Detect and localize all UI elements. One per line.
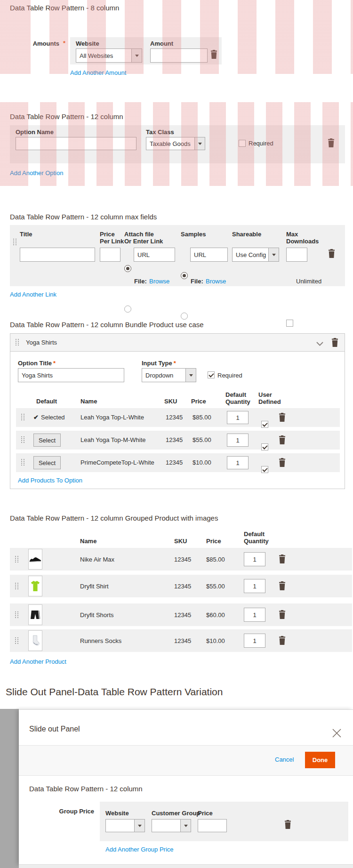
website-select[interactable]: All Websites xyxy=(76,48,142,63)
user-defined-column-header: UserDefined xyxy=(258,391,281,405)
link-title-input[interactable] xyxy=(20,248,95,262)
sample-browse-link[interactable]: Browse xyxy=(206,278,226,285)
delete-row-button[interactable] xyxy=(279,610,286,619)
price-per-link-input[interactable] xyxy=(100,248,120,262)
max-downloads-column-header: MaxDownloads xyxy=(286,231,319,245)
table-row: Nike Air Max 12345 $85.00 xyxy=(10,548,352,571)
delete-row-button[interactable] xyxy=(279,435,286,444)
add-another-amount-link[interactable]: Add Another Amount xyxy=(70,69,126,76)
delete-row-button[interactable] xyxy=(279,581,286,590)
close-icon[interactable] xyxy=(332,728,342,739)
drag-handle[interactable] xyxy=(21,459,25,466)
amount-input[interactable] xyxy=(150,48,208,63)
panel-bottom-edge xyxy=(19,864,353,868)
product-sku: 12345 xyxy=(166,414,183,421)
product-image-shorts xyxy=(28,604,42,625)
delete-row-button[interactable] xyxy=(279,458,286,467)
table-row: Runners Socks 12345 $10.00 xyxy=(10,629,352,652)
price-column-header: Price xyxy=(206,538,221,545)
slide-out-section-title: Data Table Row Pattern - 12 column xyxy=(29,785,143,793)
sample-url-radio[interactable] xyxy=(181,272,188,279)
user-defined-checkbox[interactable] xyxy=(261,466,268,473)
done-button[interactable]: Done xyxy=(305,752,335,768)
group-price-label: Group Price xyxy=(47,808,94,815)
delete-bundle-option-button[interactable] xyxy=(331,338,338,347)
delete-row-button[interactable] xyxy=(279,413,286,422)
default-quantity-input[interactable] xyxy=(244,552,265,566)
default-quantity-input[interactable] xyxy=(244,579,265,593)
bundle-required-label: Required xyxy=(217,372,242,379)
section-title-bundle: Data Table Row Pattern - 12 column Bundl… xyxy=(10,321,204,329)
select-button[interactable]: Select xyxy=(33,434,61,447)
drag-handle[interactable] xyxy=(16,339,19,346)
required-checkbox[interactable] xyxy=(239,140,246,147)
attach-url-radio[interactable] xyxy=(124,265,131,272)
product-sku: 12345 xyxy=(174,637,191,644)
cancel-button[interactable]: Cancel xyxy=(275,756,294,763)
select-button[interactable]: Select xyxy=(33,456,61,469)
section-title-max-fields: Data Table Row Pattern - 12 column max f… xyxy=(10,213,157,221)
delete-link-button[interactable] xyxy=(328,249,335,258)
drag-handle[interactable] xyxy=(15,583,19,590)
default-quantity-input[interactable] xyxy=(227,434,249,447)
default-quantity-input[interactable] xyxy=(244,608,265,622)
drag-handle[interactable] xyxy=(21,436,25,443)
product-sku: 12345 xyxy=(174,611,191,619)
product-price: $85.00 xyxy=(193,414,211,421)
slide-out-panel-title: Slide out Panel xyxy=(29,725,80,733)
default-quantity-input[interactable] xyxy=(227,411,249,424)
website-select[interactable] xyxy=(105,819,145,832)
attach-file-column-header: Attach fileOr Enter Link xyxy=(124,231,163,245)
product-sku: 12345 xyxy=(174,556,191,563)
drag-handle[interactable] xyxy=(15,637,19,644)
attach-url-input[interactable] xyxy=(134,248,175,262)
tax-class-select[interactable]: Taxable Goods xyxy=(146,137,205,150)
add-products-to-option-link[interactable]: Add Products To Option xyxy=(18,477,82,484)
drag-handle[interactable] xyxy=(15,611,19,619)
attach-browse-link[interactable]: Browse xyxy=(149,278,169,285)
pattern-library-page: Data Table Row Pattern - 8 column Amount… xyxy=(0,0,353,868)
product-name: Leah Yoga Top-L-White xyxy=(80,414,144,421)
delete-group-price-button[interactable] xyxy=(284,820,291,829)
sample-file-radio[interactable] xyxy=(181,313,188,320)
bundle-panel-title: Yoga Shirts xyxy=(26,339,57,346)
unlimited-checkbox[interactable] xyxy=(286,320,293,327)
name-column-header: Name xyxy=(80,538,96,545)
bundle-panel-header[interactable]: Yoga Shirts xyxy=(10,334,345,352)
delete-amount-button[interactable] xyxy=(210,50,217,59)
add-another-group-price-link[interactable]: Add Another Group Price xyxy=(105,846,174,853)
user-defined-checkbox[interactable] xyxy=(261,421,268,428)
delete-row-button[interactable] xyxy=(279,555,286,563)
title-column-header: Title xyxy=(20,231,32,238)
option-title-label: Option Title* xyxy=(18,360,56,367)
drag-handle[interactable] xyxy=(21,414,25,421)
table-row: Dryfit Shorts 12345 $60.00 xyxy=(10,603,352,626)
input-type-select[interactable]: Dropdown xyxy=(142,368,196,382)
delete-option-button[interactable] xyxy=(328,138,335,147)
default-quantity-input[interactable] xyxy=(227,456,249,469)
max-downloads-input[interactable] xyxy=(286,248,307,262)
default-quantity-input[interactable] xyxy=(244,634,265,648)
slide-out-heading: Slide Out Panel-Data Table Row Pattern V… xyxy=(6,686,223,698)
add-another-product-link[interactable]: Add Another Product xyxy=(10,658,66,665)
drag-handle[interactable] xyxy=(13,239,17,246)
collapse-chevron-icon[interactable] xyxy=(316,340,323,347)
bundle-option-panel: Yoga Shirts Option Title* Input Type* Dr… xyxy=(10,333,345,489)
bundle-required-checkbox[interactable] xyxy=(208,371,215,378)
delete-row-button[interactable] xyxy=(279,636,286,645)
add-another-option-link[interactable]: Add Another Option xyxy=(10,169,63,177)
product-name: Dryfit Shorts xyxy=(80,611,114,619)
price-input[interactable] xyxy=(198,819,227,832)
user-defined-checkbox[interactable] xyxy=(261,443,268,450)
selected-state-label[interactable]: Selected xyxy=(41,414,65,421)
add-another-link-link[interactable]: Add Another Link xyxy=(10,291,56,298)
drag-handle[interactable] xyxy=(15,556,19,563)
option-name-input[interactable] xyxy=(16,137,136,150)
option-title-input[interactable] xyxy=(18,368,124,382)
customer-group-select[interactable] xyxy=(152,819,191,832)
shareable-select[interactable]: Use Config xyxy=(232,248,279,262)
attach-file-radio[interactable] xyxy=(124,305,131,313)
sample-url-input[interactable] xyxy=(190,248,228,262)
sku-column-header: SKU xyxy=(174,538,187,545)
shareable-select-value: Use Config xyxy=(233,251,268,258)
